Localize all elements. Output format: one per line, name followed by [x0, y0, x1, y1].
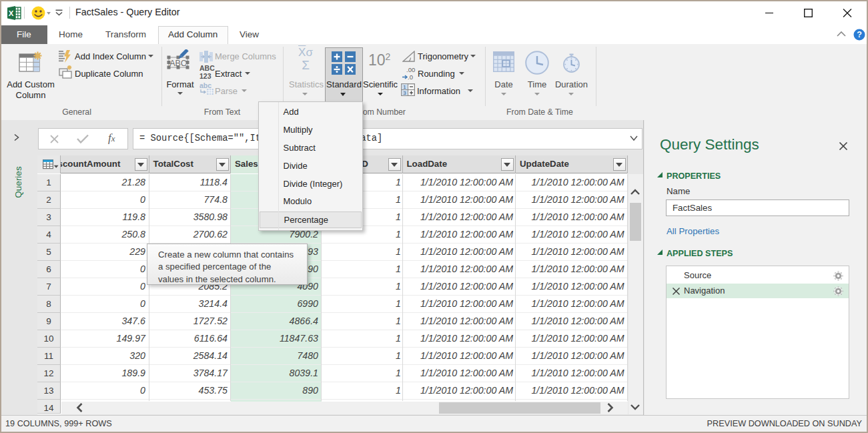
svg-text:?: ?: [857, 30, 862, 39]
svg-text:3: 3: [403, 90, 406, 96]
svg-text:.00: .00: [406, 66, 415, 73]
svg-text:X: X: [9, 9, 14, 17]
svg-text:abc: abc: [199, 82, 211, 89]
svg-text:1: 1: [403, 84, 406, 90]
svg-text:.0: .0: [408, 73, 413, 81]
svg-text:ABC: ABC: [169, 59, 187, 68]
